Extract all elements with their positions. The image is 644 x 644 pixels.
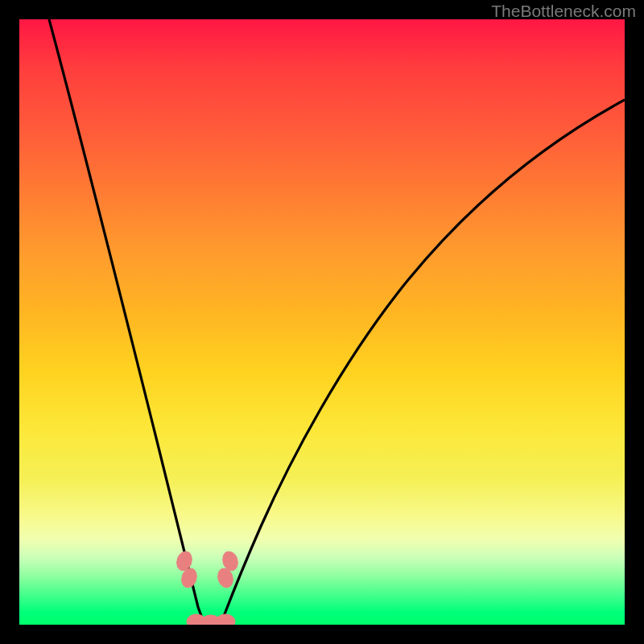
marker-bottom-right — [216, 614, 235, 625]
right-curve — [221, 100, 625, 625]
watermark-text: TheBottleneck.com — [491, 2, 636, 21]
chart-svg — [19, 19, 625, 625]
left-curve — [49, 19, 204, 625]
chart-frame — [19, 19, 625, 625]
marker-group — [175, 550, 241, 625]
